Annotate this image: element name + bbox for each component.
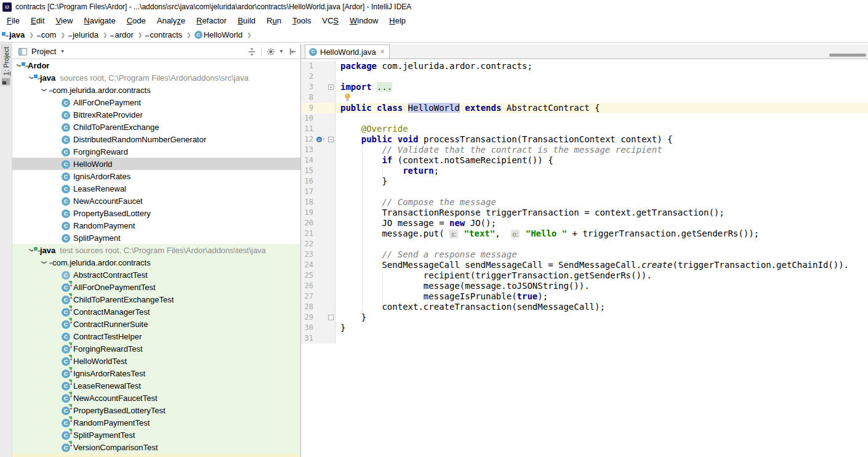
tree-item-allforonepaymenttest[interactable]: CAllForOnePaymentTest <box>12 281 300 293</box>
tab-helloworld-java[interactable]: C HelloWorld.java × <box>305 44 390 59</box>
code-line-12[interactable]: 12o↑− public void processTransaction(Tra… <box>301 134 868 145</box>
code-line-26[interactable]: 26 message(message.toJSONString()). <box>301 281 868 291</box>
tree-item-abstractcontracttest[interactable]: CAbstractContractTest <box>12 269 300 281</box>
tree-item-newaccountfaucet[interactable]: CNewAccountFaucet <box>12 195 300 207</box>
code-line-24[interactable]: 24 SendMessageCall sendMessageCall = Sen… <box>301 260 868 270</box>
chevron-down-icon[interactable]: ▼ <box>60 49 65 54</box>
menu-item-code[interactable]: Code <box>121 15 151 26</box>
tree-item-com.jelurida.ardor.contracts[interactable]: ❯com.jelurida.ardor.contracts <box>12 84 300 96</box>
code-line-21[interactable]: 21 message.put( s: "text", o: "Hello " +… <box>301 228 868 239</box>
settings-gear-icon[interactable]: ▼ <box>267 47 284 56</box>
breadcrumb-item-contracts[interactable]: contracts <box>145 30 183 39</box>
tree-item-contractrunnersuite[interactable]: CContractRunnerSuite <box>12 318 300 330</box>
menu-item-vcs[interactable]: VCS <box>316 15 344 26</box>
tree-item-propertybasedlotterytest[interactable]: CPropertyBasedLotteryTest <box>12 404 300 416</box>
class-test-icon: C <box>62 418 73 427</box>
close-icon[interactable]: × <box>380 47 385 56</box>
tree-item-newaccountfaucettest[interactable]: CNewAccountFaucetTest <box>12 392 300 404</box>
code-line-27[interactable]: 27 messageIsPrunable(true); <box>301 291 868 302</box>
select-opened-file-icon[interactable] <box>247 47 256 56</box>
tree-item-ignisardorrates[interactable]: CIgnisArdorRates <box>12 170 300 182</box>
menu-item-file[interactable]: File <box>1 15 25 26</box>
project-panel-title[interactable]: Project <box>31 47 56 56</box>
menu-item-navigate[interactable]: Navigate <box>78 15 121 26</box>
class-icon: C <box>62 147 73 156</box>
menu-item-edit[interactable]: Edit <box>25 15 50 26</box>
tree-item-contracttesthelper[interactable]: CContractTestHelper <box>12 330 300 342</box>
breadcrumb-item-com[interactable]: com <box>37 30 58 39</box>
menu-item-analyze[interactable]: Analyze <box>151 15 191 26</box>
tree-item-allforonepayment[interactable]: CAllForOnePayment <box>12 96 300 108</box>
tree-item-contractmanagertest[interactable]: CContractManagerTest <box>12 305 300 318</box>
tree-item-java[interactable]: ❯javasources root, C:\Program Files\Ardo… <box>12 71 300 84</box>
editor-tab-bar: C HelloWorld.java × <box>301 44 868 59</box>
tree-item-splitpayment[interactable]: CSplitPayment <box>12 232 300 244</box>
tree-item-helloworldtest[interactable]: CHelloWorldTest <box>12 355 300 367</box>
code-line-16[interactable]: 16 } <box>301 176 868 187</box>
code-line-18[interactable]: 18 // Compose the message <box>301 197 868 208</box>
tree-item-leaserenewal[interactable]: CLeaseRenewal <box>12 182 300 195</box>
code-line-29[interactable]: 29 } <box>301 312 868 323</box>
intention-bulb-icon[interactable] <box>344 93 351 102</box>
breadcrumb-item-ardor[interactable]: ardor <box>110 30 134 39</box>
code-line-31[interactable]: 31 <box>301 333 868 344</box>
tree-item-ardor[interactable]: ❯Ardor <box>12 59 300 71</box>
chevron-expanded-icon[interactable]: ❯ <box>41 260 47 265</box>
code-line-14[interactable]: 14 if (context.notSameRecipient()) { <box>301 155 868 166</box>
hide-panel-icon[interactable] <box>289 47 297 56</box>
overriding-method-icon[interactable]: o <box>316 137 322 142</box>
tree-item-splitpaymenttest[interactable]: CSplitPaymentTest <box>12 429 300 441</box>
code-line-25[interactable]: 25 recipient(triggerTransaction.getSende… <box>301 270 868 281</box>
code-line-11[interactable]: 11 @Override <box>301 124 868 134</box>
breadcrumb-item-java[interactable]: java <box>5 30 26 39</box>
menu-item-window[interactable]: Window <box>344 15 384 26</box>
tree-item-childtoparentexchange[interactable]: CChildToParentExchange <box>12 121 300 133</box>
tree-item-forgingreward[interactable]: CForgingReward <box>12 145 300 158</box>
fold-end-icon[interactable] <box>328 315 334 320</box>
code-line-10[interactable]: 10 <box>301 113 868 124</box>
chevron-expanded-icon[interactable]: ❯ <box>41 87 47 92</box>
code-line-17[interactable]: 17 <box>301 187 868 197</box>
code-line-1[interactable]: 1package com.jelurida.ardor.contracts; <box>301 61 868 71</box>
menu-item-run[interactable]: Run <box>261 15 287 26</box>
tree-item-distributedrandomnumbergenerator[interactable]: CDistributedRandomNumberGenerator <box>12 133 300 145</box>
menu-item-tools[interactable]: Tools <box>287 15 316 26</box>
menu-item-help[interactable]: Help <box>384 15 411 26</box>
menu-item-refactor[interactable]: Refactor <box>191 15 232 26</box>
tree-item-leaserenewaltest[interactable]: CLeaseRenewalTest <box>12 379 300 392</box>
code-editor[interactable]: 1package com.jelurida.ardor.contracts;23… <box>301 59 868 457</box>
code-line-23[interactable]: 23 // Send a response message <box>301 249 868 260</box>
tree-item-ignisardorratestest[interactable]: CIgnisArdorRatesTest <box>12 367 300 379</box>
fold-expand-icon[interactable]: + <box>328 84 334 90</box>
menu-item-view[interactable]: View <box>50 15 78 26</box>
tree-item-forgingrewardtest[interactable]: CForgingRewardTest <box>12 342 300 355</box>
tree-item-propertybasedlottery[interactable]: CPropertyBasedLottery <box>12 207 300 219</box>
code-line-3[interactable]: 3+import ... <box>301 82 868 92</box>
tree-item-java[interactable]: ❯javatest sources root, C:\Program Files… <box>12 244 300 256</box>
tree-item-randompaymenttest[interactable]: CRandomPaymentTest <box>12 416 300 429</box>
code-line-30[interactable]: 30} <box>301 323 868 333</box>
tab-label: HelloWorld.java <box>320 47 376 57</box>
code-line-9[interactable]: 9public class HelloWorld extends Abstrac… <box>301 103 868 113</box>
code-line-19[interactable]: 19 TransactionResponse triggerTransactio… <box>301 208 868 218</box>
code-line-13[interactable]: 13 // Validate that the contract is the … <box>301 145 868 155</box>
code-line-28[interactable]: 28 context.createTransaction(sendMessage… <box>301 302 868 312</box>
tool-window-button-project[interactable]: 1: Project <box>1 44 11 87</box>
tree-item-versioncomparisontest[interactable]: CVersionComparisonTest <box>12 441 300 453</box>
tree-item-bittrexrateprovider[interactable]: CBittrexRateProvider <box>12 108 300 121</box>
code-line-8[interactable]: 8 <box>301 92 868 103</box>
code-line-2[interactable]: 2 <box>301 71 868 82</box>
code-line-15[interactable]: 15 return; <box>301 166 868 176</box>
menu-item-build[interactable]: Build <box>232 15 261 26</box>
tree-item-helloworld[interactable]: CHelloWorld <box>12 158 300 170</box>
breadcrumb-item-jelurida[interactable]: jelurida <box>68 30 100 39</box>
code-line-20[interactable]: 20 JO message = new JO(); <box>301 218 868 228</box>
tree-item-randompayment[interactable]: CRandomPayment <box>12 219 300 232</box>
breadcrumb-item-helloworld[interactable]: CHelloWorld <box>195 30 244 39</box>
line-number: 3 <box>301 82 315 92</box>
tree-item-com.jelurida.ardor.contracts[interactable]: ❯com.jelurida.ardor.contracts <box>12 256 300 269</box>
code-line-22[interactable]: 22 <box>301 239 868 249</box>
tree-item-childtoparentexchangetest[interactable]: CChildToParentExchangeTest <box>12 293 300 305</box>
fold-collapse-icon[interactable]: − <box>328 137 334 142</box>
line-number: 19 <box>301 208 315 218</box>
